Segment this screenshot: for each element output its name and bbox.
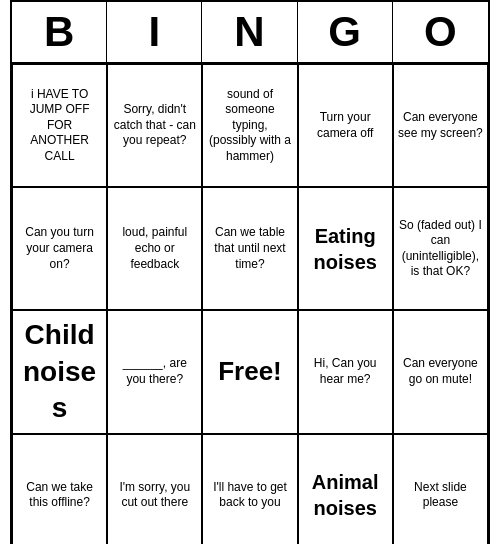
bingo-cell-9[interactable]: So (faded out) I can (unintelligible), i…: [393, 187, 488, 310]
bingo-cell-13[interactable]: Hi, Can you hear me?: [298, 310, 393, 433]
bingo-cell-17[interactable]: I'll have to get back to you: [202, 434, 297, 544]
bingo-cell-15[interactable]: Can we take this offline?: [12, 434, 107, 544]
bingo-cell-6[interactable]: loud, painful echo or feedback: [107, 187, 202, 310]
bingo-cell-11[interactable]: ______, are you there?: [107, 310, 202, 433]
bingo-letter-g: G: [298, 2, 393, 62]
bingo-cell-12[interactable]: Free!: [202, 310, 297, 433]
bingo-cell-1[interactable]: Sorry, didn't catch that - can you repea…: [107, 64, 202, 187]
bingo-cell-3[interactable]: Turn your camera off: [298, 64, 393, 187]
bingo-cell-14[interactable]: Can everyone go on mute!: [393, 310, 488, 433]
bingo-cell-8[interactable]: Eating noises: [298, 187, 393, 310]
bingo-cell-5[interactable]: Can you turn your camera on?: [12, 187, 107, 310]
bingo-cell-10[interactable]: Child noises: [12, 310, 107, 433]
bingo-letter-n: N: [202, 2, 297, 62]
bingo-letter-o: O: [393, 2, 488, 62]
bingo-cell-18[interactable]: Animal noises: [298, 434, 393, 544]
bingo-cell-4[interactable]: Can everyone see my screen?: [393, 64, 488, 187]
bingo-letter-i: I: [107, 2, 202, 62]
bingo-cell-2[interactable]: sound of someone typing, (possibly with …: [202, 64, 297, 187]
bingo-cell-16[interactable]: I'm sorry, you cut out there: [107, 434, 202, 544]
bingo-header: BINGO: [12, 2, 488, 64]
bingo-cell-7[interactable]: Can we table that until next time?: [202, 187, 297, 310]
bingo-letter-b: B: [12, 2, 107, 62]
bingo-card: BINGO i HAVE TO JUMP OFF FOR ANOTHER CAL…: [10, 0, 490, 544]
bingo-cell-19[interactable]: Next slide please: [393, 434, 488, 544]
bingo-grid: i HAVE TO JUMP OFF FOR ANOTHER CALLSorry…: [12, 64, 488, 544]
bingo-cell-0[interactable]: i HAVE TO JUMP OFF FOR ANOTHER CALL: [12, 64, 107, 187]
